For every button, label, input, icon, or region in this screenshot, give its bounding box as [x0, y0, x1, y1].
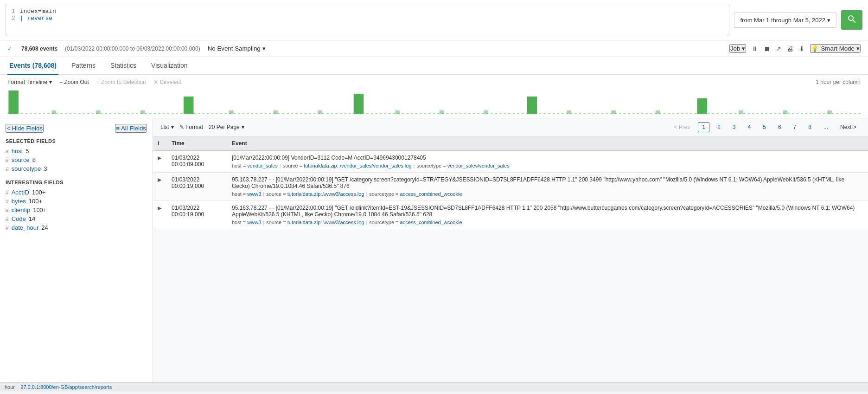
field-host[interactable]: a host 5: [6, 147, 147, 155]
page-7-button[interactable]: 7: [789, 122, 801, 132]
field-kv: host = vendor_sales: [232, 163, 278, 168]
svg-rect-13: [318, 110, 322, 114]
page-4-button[interactable]: 4: [744, 122, 755, 132]
svg-rect-19: [656, 110, 660, 114]
field-name-acctid: AcctID: [12, 189, 29, 196]
svg-rect-21: [783, 110, 788, 114]
url-bar: hour 27.0.0.1:8000/en-GB/app/search/repo…: [0, 382, 868, 391]
svg-line-1: [853, 20, 855, 22]
field-source[interactable]: a source 8: [6, 155, 147, 164]
job-arrow: ▾: [742, 45, 745, 52]
hour-label: hour: [5, 384, 15, 390]
field-count-acctid: 100+: [32, 189, 45, 196]
next-button[interactable]: Next >: [836, 122, 861, 132]
svg-rect-11: [229, 110, 234, 114]
tab-visualization[interactable]: Visualization: [149, 57, 189, 75]
field-type-code: a: [6, 216, 9, 222]
list-label: List: [160, 124, 169, 130]
results-section: List ▾ ✎ Format 20 Per Page ▾ < Prev 1 2…: [153, 118, 868, 382]
smart-mode-button[interactable]: 💡 Smart Mode ▾: [810, 44, 861, 53]
event-time-2: 01/03/202200:00:19.000: [172, 176, 204, 189]
share-button[interactable]: ↗: [776, 45, 781, 52]
per-column-label: 1 hour per column: [816, 79, 861, 85]
sampling-button[interactable]: No Event Sampling ▾: [208, 45, 266, 52]
zoom-out-button[interactable]: − Zoom Out: [59, 79, 89, 85]
field-date-hour[interactable]: # date_hour 24: [6, 223, 147, 232]
deselect-button[interactable]: ✕ Deselect: [153, 79, 181, 85]
field-name-bytes: bytes: [12, 198, 26, 205]
main-area: < Hide Fields ≡ All Fields SELECTED FIEL…: [0, 118, 868, 382]
svg-rect-12: [274, 110, 278, 114]
timeline-svg: [7, 88, 861, 116]
job-button[interactable]: Job ▾: [729, 44, 747, 53]
list-button[interactable]: List ▾: [160, 124, 174, 130]
print-button[interactable]: 🖨: [787, 45, 793, 52]
stop-button[interactable]: ⏹: [764, 45, 770, 52]
smart-mode-label: Smart Mode: [821, 45, 855, 52]
zoom-out-label: − Zoom Out: [59, 79, 89, 85]
svg-rect-9: [96, 110, 101, 114]
field-code[interactable]: a Code 14: [6, 214, 147, 223]
time-range-picker[interactable]: from Mar 1 through Mar 5, 2022 ▾: [734, 13, 836, 28]
time-cell-2: 01/03/202200:00:19.000: [167, 173, 227, 201]
page-6-button[interactable]: 6: [774, 122, 785, 132]
tab-patterns[interactable]: Patterns: [70, 57, 97, 75]
field-kv: source = tutorialdata.zip:.\vendor_sales…: [283, 163, 412, 168]
page-8-button[interactable]: 8: [804, 122, 816, 132]
format-timeline-button[interactable]: Format Timeline ▾: [7, 79, 52, 85]
page-ellipsis: ...: [819, 122, 832, 132]
page-2-button[interactable]: 2: [713, 122, 725, 132]
pagination: < Prev 1 2 3 4 5 6 7 8 ... Next >: [670, 122, 861, 132]
smart-mode-arrow: ▾: [856, 45, 860, 52]
sampling-arrow: ▾: [262, 45, 266, 52]
per-page-button[interactable]: 20 Per Page ▾: [209, 124, 244, 130]
svg-rect-17: [567, 110, 572, 114]
field-count-code: 14: [29, 215, 35, 222]
event-date-range: (01/03/2022 00:00:00.000 to 06/03/2022 0…: [65, 45, 200, 52]
search-input[interactable]: 1 index=main 2 | reverse: [6, 4, 729, 36]
svg-rect-6: [527, 97, 537, 114]
top-bar-right: Job ▾ ⏸ ⏹ ↗ 🖨 ⬇ 💡 Smart Mode ▾: [729, 44, 861, 53]
tab-events[interactable]: Events (78,608): [7, 57, 58, 75]
svg-rect-16: [484, 110, 489, 114]
zoom-to-selection-button[interactable]: + Zoom to Selection: [96, 79, 146, 85]
timeline-toolbar: Format Timeline ▾ − Zoom Out + Zoom to S…: [7, 79, 861, 85]
page-1-button[interactable]: 1: [698, 122, 709, 132]
field-kv: source = tutorialdata.zip:.\www3/access.…: [266, 191, 364, 197]
field-kv: host = www3: [232, 191, 261, 197]
all-fields-button[interactable]: ≡ All Fields: [115, 124, 147, 133]
field-clientip[interactable]: a clientip 100+: [6, 206, 147, 214]
svg-rect-22: [827, 110, 832, 114]
expand-cell-2: ▶: [153, 173, 167, 201]
field-type-source: a: [6, 157, 9, 163]
expand-row-2-button[interactable]: ▶: [158, 177, 161, 183]
hide-fields-button[interactable]: < Hide Fields: [6, 124, 44, 133]
pause-button[interactable]: ⏸: [752, 45, 758, 52]
search-line2: | reverse: [20, 15, 52, 22]
timeline-chart[interactable]: [7, 88, 861, 116]
svg-rect-20: [739, 110, 743, 114]
page-5-button[interactable]: 5: [759, 122, 770, 132]
field-kv: sourcetype = vendor_sales/vendor_sales: [416, 163, 509, 168]
field-kv: sourcetype = access_combined_wcookie: [369, 191, 462, 197]
field-sourcetype[interactable]: a sourcetype 3: [6, 164, 147, 173]
tab-statistics[interactable]: Statistics: [108, 57, 138, 75]
prev-button[interactable]: < Prev: [670, 122, 694, 132]
page-3-button[interactable]: 3: [728, 122, 740, 132]
field-type-date-hour: #: [6, 225, 9, 231]
svg-rect-8: [52, 110, 57, 114]
field-bytes[interactable]: # bytes 100+: [6, 197, 147, 206]
field-acctid[interactable]: # AcctID 100+: [6, 188, 147, 197]
search-button[interactable]: [841, 10, 862, 30]
export-button[interactable]: ⬇: [799, 45, 804, 52]
format-button[interactable]: ✎ Format: [179, 124, 203, 130]
field-type-clientip: a: [6, 207, 9, 213]
svg-rect-5: [354, 94, 364, 114]
time-range-label: from Mar 1 through Mar 5, 2022: [740, 17, 825, 24]
expand-row-3-button[interactable]: ▶: [158, 205, 161, 211]
col-header-i: i: [153, 136, 167, 151]
line-number-1: 1: [12, 8, 15, 15]
table-row: ▶ 01/03/202200:00:19.000 95.163.78.227 -…: [153, 173, 868, 201]
expand-row-1-button[interactable]: ▶: [158, 155, 161, 161]
sampling-label: No Event Sampling: [208, 45, 261, 52]
